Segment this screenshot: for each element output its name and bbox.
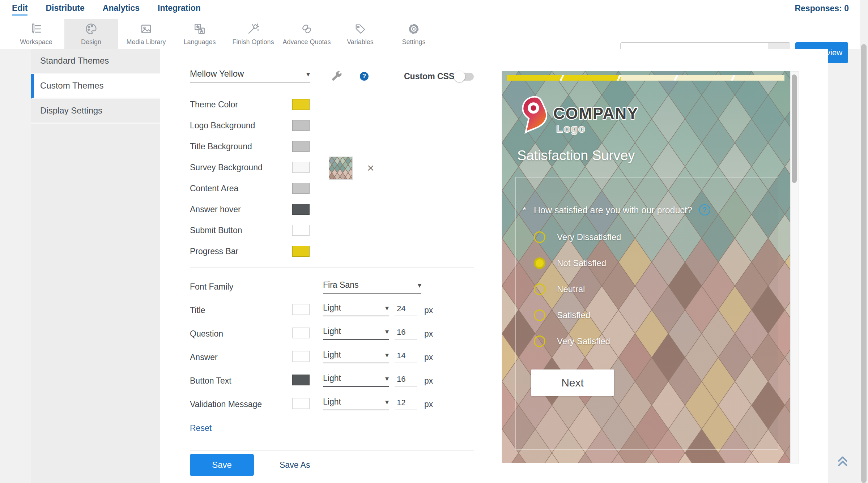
weight-value: Light [323, 397, 341, 407]
px-label: px [424, 399, 433, 409]
title-background-swatch[interactable] [292, 141, 310, 152]
radio-icon[interactable] [534, 283, 545, 295]
advance-quotas-icon [300, 22, 313, 37]
question-help-icon[interactable] [699, 204, 710, 215]
progress-bar-swatch[interactable] [292, 246, 310, 257]
question-color-swatch[interactable] [292, 328, 310, 338]
toolbar-item-design[interactable]: Design [64, 19, 118, 49]
survey-option[interactable]: Not Satisfied [534, 257, 606, 269]
answer-hover-swatch[interactable] [292, 204, 310, 215]
logo-background-swatch[interactable] [292, 120, 310, 131]
radio-icon[interactable] [534, 257, 545, 269]
question-size-input[interactable] [395, 328, 417, 339]
nav-integration[interactable]: Integration [158, 3, 201, 16]
page-scrollbar[interactable] [860, 0, 868, 483]
font-family-select[interactable]: Fira Sans [323, 280, 421, 294]
radio-icon[interactable] [534, 335, 545, 347]
required-marker: * [523, 205, 526, 215]
custom-css-toggle[interactable] [455, 73, 474, 81]
survey-background-thumbnail[interactable] [329, 157, 353, 180]
finish-options-icon [247, 22, 260, 37]
preview-scrollbar[interactable] [790, 71, 799, 463]
toolbar-item-label: Languages [183, 38, 216, 46]
px-label: px [424, 376, 433, 386]
button-text-color-swatch[interactable] [292, 375, 310, 385]
help-icon[interactable] [360, 72, 369, 81]
title-color-swatch[interactable] [292, 304, 310, 315]
survey-option[interactable]: Neutral [534, 283, 585, 295]
toolbar-item-label: Design [81, 38, 101, 46]
reset-link[interactable]: Reset [190, 423, 212, 433]
toolbar-item-variables[interactable]: Variables [333, 19, 387, 49]
chevron-down-icon [385, 303, 389, 313]
option-label: Satisfied [557, 310, 590, 320]
radio-icon[interactable] [534, 309, 545, 321]
font-family-value: Fira Sans [323, 280, 358, 290]
color-row-label: Title Background [190, 142, 252, 151]
toolbar-item-settings[interactable]: Settings [387, 19, 441, 49]
nav-analytics[interactable]: Analytics [103, 3, 140, 16]
top-nav-items: Edit Distribute Analytics Integration [0, 3, 201, 16]
divider [190, 268, 474, 268]
theme-select-value: Mellow Yellow [190, 69, 244, 79]
content-area-swatch[interactable] [292, 183, 310, 194]
nav-distribute[interactable]: Distribute [46, 3, 84, 16]
theme-select[interactable]: Mellow Yellow [190, 69, 310, 82]
color-row-label: Content Area [190, 184, 238, 193]
map-pin-logo-icon [520, 96, 550, 135]
px-label: px [424, 305, 433, 315]
answer-size-input[interactable] [395, 351, 417, 363]
answer-weight-select[interactable]: Light [323, 350, 389, 363]
scroll-to-top-button[interactable] [834, 451, 851, 469]
submit-button-swatch[interactable] [292, 225, 310, 236]
font-row-label: Validation Message [190, 399, 262, 409]
chevron-down-icon [385, 350, 389, 360]
sidebar-item-custom-themes[interactable]: Custom Themes [31, 74, 160, 99]
logo-subtext: Logo [556, 123, 586, 135]
px-label: px [424, 329, 433, 339]
button-text-size-input[interactable] [395, 375, 417, 386]
answer-color-swatch[interactable] [292, 351, 310, 362]
toolbar-item-languages[interactable]: Languages [173, 19, 226, 49]
color-row-label: Theme Color [190, 100, 238, 110]
toolbar-item-workspace[interactable]: Workspace [9, 19, 63, 49]
save-button[interactable]: Save [190, 454, 254, 476]
divider [190, 450, 474, 450]
remove-background-image-icon[interactable] [367, 162, 374, 174]
survey-option[interactable]: Very Dissatisfied [534, 231, 621, 243]
px-label: px [424, 352, 433, 362]
wrench-icon[interactable] [330, 70, 343, 84]
validation-weight-select[interactable]: Light [323, 397, 389, 410]
theme-color-swatch[interactable] [292, 99, 310, 110]
title-weight-select[interactable]: Light [323, 303, 389, 316]
color-row-label: Submit Button [190, 226, 242, 235]
survey-background-swatch[interactable] [292, 162, 310, 173]
radio-icon[interactable] [534, 231, 545, 243]
save-as-link[interactable]: Save As [280, 460, 310, 470]
font-row-label: Button Text [190, 376, 231, 386]
survey-question: How satisfied are you with our product? [534, 205, 692, 215]
toolbar-item-label: Settings [402, 38, 425, 46]
sidebar-item-display-settings[interactable]: Display Settings [31, 99, 160, 124]
sidebar-item-standard-themes[interactable]: Standard Themes [31, 49, 160, 74]
validation-color-swatch[interactable] [292, 398, 310, 409]
toolbar-item-finish-options[interactable]: Finish Options [226, 19, 280, 49]
question-weight-select[interactable]: Light [323, 326, 389, 340]
survey-option[interactable]: Very Satisfied [534, 335, 610, 347]
survey-progress-bar [507, 75, 784, 81]
toolbar-item-media-library[interactable]: Media Library [119, 19, 173, 49]
survey-preview: COMPANY Logo Satisfaction Survey * How s… [502, 71, 790, 463]
title-size-input[interactable] [395, 304, 417, 316]
survey-option[interactable]: Satisfied [534, 309, 590, 321]
page-scrollbar-thumb[interactable] [861, 44, 867, 483]
nav-edit[interactable]: Edit [12, 3, 27, 16]
toolbar-item-advance-quotas[interactable]: Advance Quotas [280, 19, 333, 49]
validation-size-input[interactable] [395, 398, 417, 410]
weight-value: Light [323, 303, 341, 313]
next-button[interactable]: Next [531, 369, 614, 396]
button-text-weight-select[interactable]: Light [323, 373, 389, 387]
weight-value: Light [323, 350, 341, 360]
responses-count[interactable]: Responses: 0 [795, 4, 849, 13]
toolbar-item-label: Media Library [126, 38, 166, 46]
preview-scrollbar-thumb[interactable] [792, 74, 797, 183]
